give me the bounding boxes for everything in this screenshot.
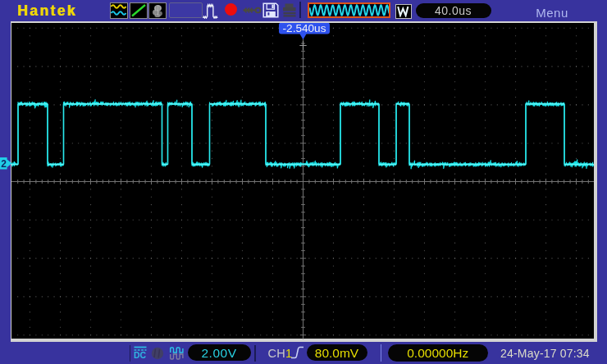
svg-text:2: 2 [1, 157, 7, 169]
svg-text:-2.540us: -2.540us [283, 23, 326, 34]
svg-text:DC: DC [134, 350, 147, 359]
